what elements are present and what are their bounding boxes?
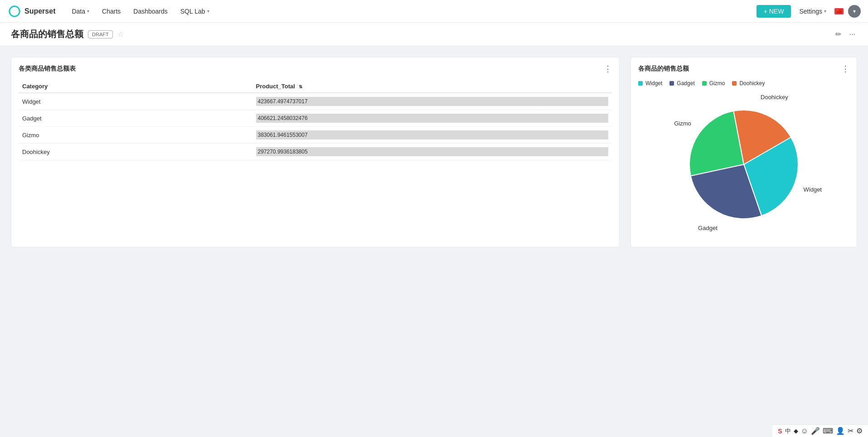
more-options-button[interactable]: ··· [848, 29, 857, 40]
pie-legend: WidgetGadgetGizmoDoohickey [638, 80, 849, 86]
main-content: 各类商品销售总额表 ⋮ Category Product_Total ⇅ [0, 46, 868, 258]
cell-value: 423667.4974737017 [252, 93, 612, 110]
draft-badge: DRAFT [88, 30, 113, 38]
nav-sqllab[interactable]: SQL Lab ▾ [175, 5, 215, 18]
legend-item: Gizmo [702, 80, 725, 86]
col-product-total[interactable]: Product_Total ⇅ [252, 80, 612, 93]
table-row: Doohickey 297270.9936183805 [19, 144, 612, 160]
logo-text: Superset [24, 7, 55, 15]
table-row: Gadget 406621.2458032476 [19, 110, 612, 127]
legend-item: Widget [638, 80, 662, 86]
navbar: Superset Data ▾ Charts Dashboards SQL La… [0, 0, 868, 23]
table-row: Widget 423667.4974737017 [19, 93, 612, 110]
pie-card-title: 各商品的销售总额 [638, 65, 689, 73]
table-card-title: 各类商品销售总额表 [19, 65, 76, 73]
language-flag[interactable]: 🇨🇳 [834, 8, 844, 14]
cell-category: Widget [19, 93, 252, 110]
nav-charts[interactable]: Charts [97, 5, 126, 18]
col-category[interactable]: Category [19, 80, 252, 93]
edit-button[interactable]: ✏ [834, 28, 843, 40]
pie-label-widget: Widget [804, 186, 822, 193]
cell-category: Gizmo [19, 127, 252, 144]
pie-label-gizmo: Gizmo [674, 120, 691, 127]
page-header: 各商品的销售总额 DRAFT ☆ ✏ ··· [0, 23, 868, 46]
data-table: Category Product_Total ⇅ Widget 423667.4… [19, 80, 612, 160]
svg-point-2 [8, 4, 22, 18]
cell-value: 297270.9936183805 [252, 144, 612, 160]
page-header-actions: ✏ ··· [834, 28, 857, 40]
nav-items: Data ▾ Charts Dashboards SQL Lab ▾ [66, 5, 756, 18]
cell-category: Doohickey [19, 144, 252, 160]
chevron-down-icon-2: ▾ [207, 9, 209, 14]
pie-card-header: 各商品的销售总额 ⋮ [638, 65, 849, 73]
cell-category: Gadget [19, 110, 252, 127]
pie-card: 各商品的销售总额 ⋮ WidgetGadgetGizmoDoohickey Wi… [630, 57, 857, 247]
settings-dropdown[interactable]: Settings ▾ [795, 6, 830, 17]
pie-more-icon[interactable]: ⋮ [841, 65, 849, 73]
nav-dashboards[interactable]: Dashboards [128, 5, 173, 18]
navbar-right: + NEW Settings ▾ 🇨🇳 ▾ [756, 5, 861, 18]
pie-label-doohickey: Doohickey [761, 94, 788, 101]
user-avatar[interactable]: ▾ [848, 5, 861, 18]
table-row: Gizmo 383061.9461553007 [19, 127, 612, 144]
logo[interactable]: Superset [7, 4, 55, 19]
chevron-down-icon-3: ▾ [824, 9, 826, 14]
page-title-area: 各商品的销售总额 DRAFT ☆ [11, 28, 124, 40]
legend-item: Gadget [669, 80, 694, 86]
favorite-star-icon[interactable]: ☆ [117, 30, 124, 38]
page-title: 各商品的销售总额 [11, 28, 83, 40]
sort-icon: ⇅ [299, 84, 302, 89]
table-card-header: 各类商品销售总额表 ⋮ [19, 65, 612, 73]
new-button[interactable]: + NEW [756, 5, 791, 18]
table-container: Category Product_Total ⇅ Widget 423667.4… [19, 80, 612, 160]
nav-data[interactable]: Data ▾ [66, 5, 95, 18]
pie-chart-area: WidgetGadgetGizmoDoohickey [638, 92, 849, 237]
table-more-icon[interactable]: ⋮ [604, 65, 612, 73]
legend-item: Doohickey [732, 80, 765, 86]
pie-label-gadget: Gadget [698, 225, 718, 231]
cell-value: 406621.2458032476 [252, 110, 612, 127]
chevron-down-icon: ▾ [87, 9, 89, 14]
table-card: 各类商品销售总额表 ⋮ Category Product_Total ⇅ [11, 57, 620, 247]
cell-value: 383061.9461553007 [252, 127, 612, 144]
